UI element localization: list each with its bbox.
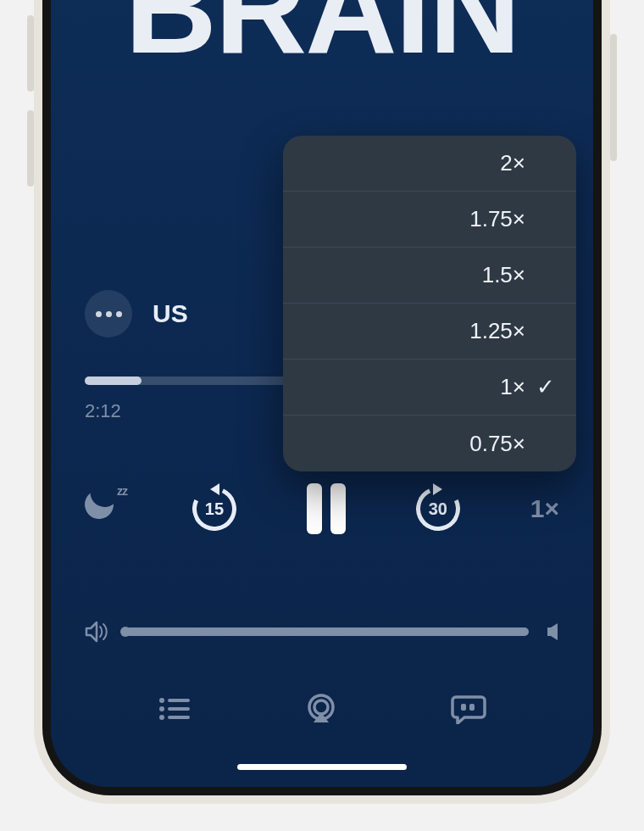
quote-bubble-icon [451,694,486,724]
svg-point-2 [159,706,164,711]
skip-back-icon: 15 [191,485,238,533]
phone-bezel: BRAIN US 2:12 2× [42,0,602,795]
skip-back-button[interactable]: 15 [191,485,238,533]
speed-option-label: 0.75× [469,431,525,457]
svg-point-7 [314,700,328,714]
speed-option-1-75x[interactable]: 1.75× [283,192,576,248]
volume-slider[interactable] [85,621,559,643]
power-hardware-button [610,34,617,161]
moon-icon: zz [85,490,122,527]
speed-option-label: 1.5× [471,262,525,288]
episode-title: US [153,299,188,328]
svg-rect-8 [461,704,466,711]
skip-forward-seconds-label: 30 [414,485,462,533]
airplay-icon [304,694,338,724]
speed-option-2x[interactable]: 2× [283,136,576,192]
sleep-timer-button[interactable]: zz [85,490,122,527]
bottom-tool-row [51,694,593,724]
svg-rect-5 [168,716,190,719]
transcript-button[interactable] [451,694,486,724]
svg-rect-1 [168,699,190,702]
home-indicator[interactable] [237,764,407,770]
volume-up-hardware-button [27,15,34,92]
volume-track[interactable] [125,627,529,636]
now-playing-screen: BRAIN US 2:12 2× [51,0,593,787]
speed-option-label: 1.75× [469,206,525,232]
volume-knob[interactable] [120,627,130,637]
phone-frame: BRAIN US 2:12 2× [34,0,610,804]
playback-speed-button[interactable]: 1× [530,494,559,523]
svg-point-0 [159,698,164,703]
zz-label: zz [117,487,127,495]
volume-high-icon [544,622,559,641]
volume-low-icon [85,621,110,643]
progress-fill [85,376,142,385]
transport-controls: zz 15 [51,483,593,534]
speed-option-1-5x[interactable]: 1.5× [283,248,576,304]
more-options-button[interactable] [85,290,132,337]
playback-speed-menu: 2× 1.75× 1.5× 1.25× 1× ✓ [283,136,576,471]
ellipsis-icon [96,311,122,317]
airplay-button[interactable] [304,694,338,724]
skip-forward-button[interactable]: 30 [414,485,462,533]
volume-down-hardware-button [27,110,34,187]
svg-rect-3 [168,707,190,711]
pause-icon [307,483,346,534]
speed-option-label: 2× [471,150,525,176]
svg-point-4 [159,715,164,720]
skip-back-seconds-label: 15 [191,485,238,533]
podcast-artwork-title: BRAIN [51,0,593,72]
queue-button[interactable] [158,696,192,722]
speed-option-0-75x[interactable]: 0.75× [283,416,576,471]
svg-rect-9 [469,704,475,711]
speed-option-1x[interactable]: 1× ✓ [283,360,576,416]
speed-option-label: 1.25× [469,318,525,344]
queue-icon [158,696,192,722]
speed-option-label: 1× [471,374,525,400]
pause-button[interactable] [307,483,346,534]
checkmark-icon: ✓ [536,374,556,400]
speed-option-1-25x[interactable]: 1.25× [283,304,576,360]
skip-forward-icon: 30 [414,485,462,533]
